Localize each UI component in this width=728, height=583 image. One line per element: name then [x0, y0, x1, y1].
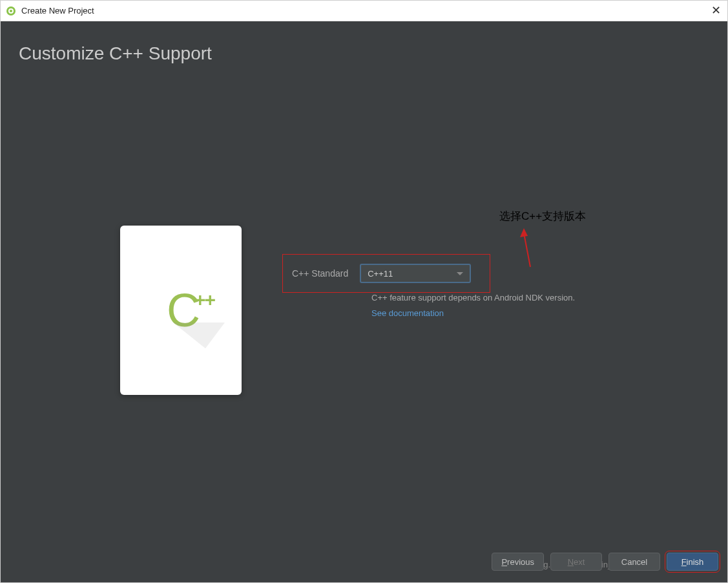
- next-label: ext: [574, 557, 585, 567]
- cpp-standard-dropdown[interactable]: C++11: [360, 264, 471, 283]
- cpp-logo-card: C++: [120, 226, 242, 395]
- annotation-arrow-icon: [517, 228, 543, 273]
- finish-button[interactable]: Finish: [667, 553, 718, 571]
- titlebar: Create New Project ✕: [1, 1, 727, 21]
- svg-line-4: [524, 233, 530, 267]
- svg-marker-5: [520, 228, 528, 237]
- page-heading: Customize C++ Support: [1, 21, 727, 64]
- close-icon[interactable]: ✕: [711, 3, 721, 17]
- svg-point-2: [10, 10, 12, 12]
- previous-label: revious: [507, 557, 534, 567]
- cancel-label: Cancel: [621, 557, 647, 567]
- cpp-logo-icon: C++: [167, 284, 195, 337]
- app-icon: [6, 6, 16, 16]
- cpp-standard-row: C++ Standard C++11: [282, 254, 490, 293]
- annotation-text: 选择C++支持版本: [499, 209, 586, 224]
- cpp-standard-label: C++ Standard: [292, 268, 348, 279]
- chevron-down-icon: [457, 272, 463, 275]
- footer-buttons: Previous Next Cancel Finish: [492, 553, 718, 571]
- cancel-button[interactable]: Cancel: [608, 553, 660, 571]
- dropdown-value: C++11: [368, 269, 393, 279]
- svg-marker-3: [173, 323, 225, 348]
- previous-button[interactable]: Previous: [492, 553, 544, 571]
- main-content: Customize C++ Support C++ 选择C++支持版本 C++ …: [1, 21, 727, 582]
- finish-label: inish: [687, 557, 704, 567]
- help-text: C++ feature support depends on Android N…: [371, 293, 575, 302]
- next-button: Next: [550, 553, 602, 571]
- window-title: Create New Project: [21, 6, 94, 16]
- documentation-link[interactable]: See documentation: [371, 308, 444, 318]
